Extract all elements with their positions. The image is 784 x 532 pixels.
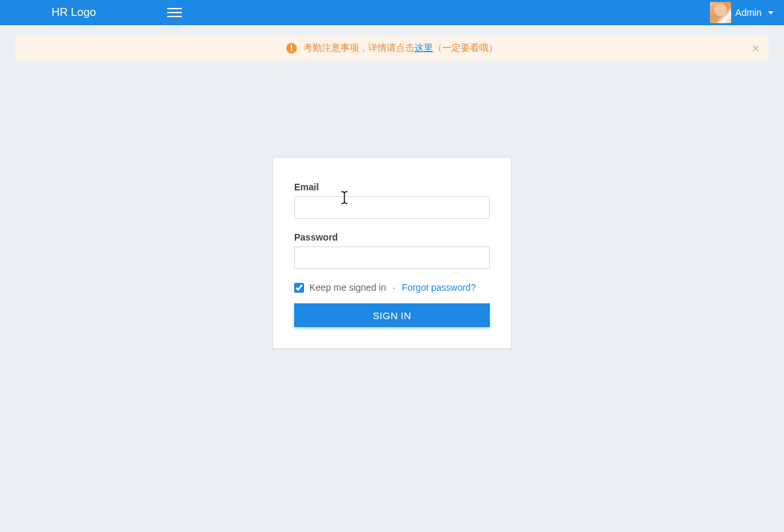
- hamburger-menu-icon[interactable]: [167, 7, 182, 18]
- signin-button[interactable]: SIGN IN: [294, 303, 490, 327]
- user-menu[interactable]: Admin: [710, 0, 773, 25]
- email-input[interactable]: [294, 196, 490, 219]
- forgot-password-link[interactable]: Forgot password?: [402, 282, 476, 293]
- alert-text-before: 考勤注意事项，详情请点击: [303, 42, 414, 53]
- password-label: Password: [294, 232, 490, 243]
- user-name-label: Admin: [735, 7, 762, 18]
- alert-close-button[interactable]: ×: [752, 42, 760, 55]
- exclamation-icon: !: [286, 43, 297, 54]
- top-navbar: HR Logo Admin: [0, 0, 784, 25]
- email-label: Email: [294, 182, 490, 192]
- separator: ·: [393, 282, 395, 293]
- alert-link[interactable]: 这里: [414, 42, 433, 53]
- keep-signed-in-label: Keep me signed in: [309, 282, 386, 293]
- brand-logo[interactable]: HR Logo: [52, 6, 96, 19]
- login-card: Email Password Keep me signed in · Forgo…: [272, 157, 512, 349]
- keep-signed-in-checkbox[interactable]: [294, 283, 304, 293]
- notice-alert: ! 考勤注意事项，详情请点击这里（一定要看哦） ×: [15, 36, 769, 61]
- caret-down-icon: [768, 11, 773, 15]
- password-input[interactable]: [294, 247, 490, 269]
- avatar: [710, 2, 731, 23]
- alert-text-after: （一定要看哦）: [433, 42, 498, 53]
